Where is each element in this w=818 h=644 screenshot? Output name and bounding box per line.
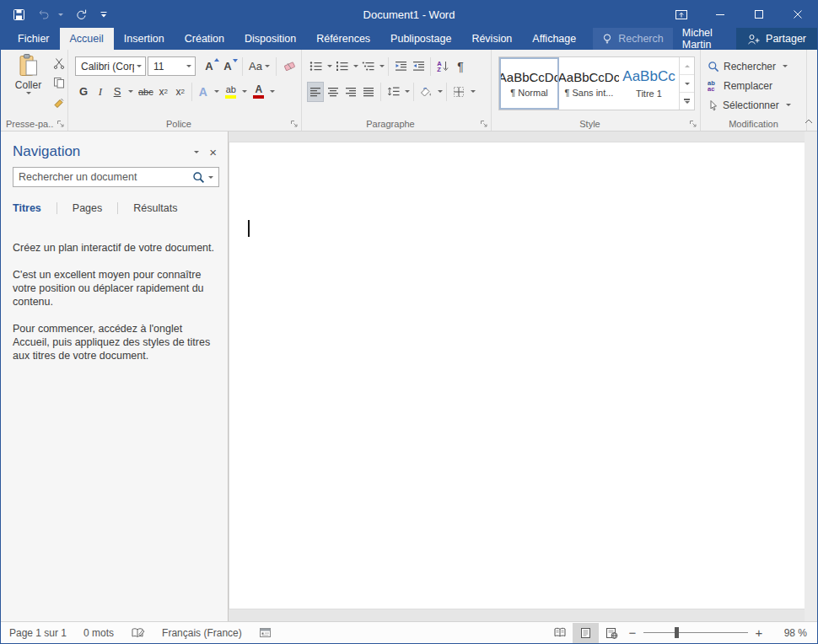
decrease-indent-icon[interactable] <box>392 56 409 77</box>
tab-insertion[interactable]: Insertion <box>114 28 175 50</box>
underline-button[interactable]: S <box>109 82 126 102</box>
borders-icon[interactable] <box>450 82 467 102</box>
read-mode-icon[interactable] <box>546 623 573 643</box>
highlight-color-button[interactable]: ab <box>223 82 239 102</box>
style-heading1[interactable]: AaBbCc Titre 1 <box>619 57 679 110</box>
zoom-slider[interactable] <box>643 632 748 633</box>
zoom-slider-thumb[interactable] <box>675 627 679 638</box>
bullets-icon[interactable] <box>307 56 324 77</box>
shrink-font-button[interactable]: A <box>221 56 238 77</box>
navigation-pane-close-icon[interactable]: × <box>207 145 219 159</box>
find-button[interactable]: Rechercher <box>708 56 806 76</box>
shading-icon[interactable] <box>417 82 434 102</box>
borders-dropdown-icon[interactable] <box>471 90 476 93</box>
copy-icon[interactable] <box>51 74 67 91</box>
navigation-search-input[interactable] <box>19 171 191 183</box>
nav-search-dropdown-icon[interactable] <box>208 176 213 179</box>
tab-accueil[interactable]: Accueil <box>60 28 114 50</box>
show-marks-button[interactable]: ¶ <box>452 56 469 77</box>
shading-dropdown-icon[interactable] <box>438 90 443 93</box>
share-button[interactable]: Partager <box>736 28 817 50</box>
change-case-button[interactable]: Aa <box>247 56 272 77</box>
font-name-combobox[interactable]: Calibri (Corp <box>75 56 146 76</box>
zoom-percentage[interactable]: 98 % <box>768 627 807 639</box>
font-color-dropdown-icon[interactable] <box>270 90 275 93</box>
vertical-scrollbar[interactable] <box>805 131 817 621</box>
zoom-in-button[interactable]: + <box>751 625 767 640</box>
tab-fichier[interactable]: Fichier <box>8 28 60 50</box>
minimize-button[interactable] <box>701 1 740 28</box>
superscript-button[interactable]: x2 <box>172 82 189 102</box>
document-page[interactable] <box>229 142 805 609</box>
format-painter-icon[interactable] <box>51 94 67 110</box>
tab-revision[interactable]: Révision <box>461 28 522 50</box>
increase-indent-icon[interactable] <box>410 56 427 77</box>
print-layout-icon[interactable] <box>573 623 599 643</box>
line-spacing-dropdown-icon[interactable] <box>405 90 410 93</box>
strikethrough-button[interactable]: abc <box>137 82 155 102</box>
font-dialog-launcher[interactable] <box>289 119 299 128</box>
align-left-button[interactable] <box>307 82 324 102</box>
multilevel-dropdown-icon[interactable] <box>379 65 385 67</box>
nav-tab-titres[interactable]: Titres <box>13 201 41 216</box>
justify-button[interactable] <box>360 82 377 102</box>
word-count[interactable]: 0 mots <box>83 627 114 639</box>
tell-me-box[interactable]: Recherch <box>593 28 673 50</box>
bullets-dropdown-icon[interactable] <box>327 65 332 67</box>
multilevel-list-icon[interactable] <box>359 56 376 77</box>
tab-affichage[interactable]: Affichage <box>522 28 586 50</box>
style-scroll-down-icon[interactable] <box>680 75 694 93</box>
sort-button[interactable]: AZ <box>434 56 451 77</box>
text-effects-button[interactable]: A <box>195 82 212 102</box>
clear-formatting-icon[interactable] <box>281 56 298 77</box>
align-right-button[interactable] <box>342 82 359 102</box>
web-layout-icon[interactable] <box>599 623 625 643</box>
tab-creation[interactable]: Création <box>175 28 234 50</box>
styles-dialog-launcher[interactable] <box>688 119 697 128</box>
replace-button[interactable]: abac Remplacer <box>708 76 806 95</box>
paragraph-dialog-launcher[interactable] <box>479 119 488 128</box>
highlight-dropdown-icon[interactable] <box>242 90 247 93</box>
account-name[interactable]: Michel Martin <box>673 28 735 50</box>
macro-icon[interactable] <box>259 627 272 638</box>
nav-tab-resultats[interactable]: Résultats <box>133 201 177 216</box>
cut-icon[interactable] <box>51 55 67 72</box>
numbering-dropdown-icon[interactable] <box>353 65 358 67</box>
nav-tab-pages[interactable]: Pages <box>73 201 102 216</box>
navigation-pane-menu-icon[interactable] <box>186 151 207 153</box>
text-effects-dropdown-icon[interactable] <box>214 90 219 93</box>
select-button[interactable]: Sélectionner <box>708 95 806 115</box>
tab-references[interactable]: Références <box>306 28 380 50</box>
style-gallery-more-icon[interactable] <box>680 93 694 110</box>
save-icon[interactable] <box>13 4 25 24</box>
collapse-ribbon-icon[interactable] <box>804 117 814 126</box>
redo-icon[interactable] <box>75 4 88 24</box>
language-indicator[interactable]: Français (France) <box>162 627 242 639</box>
style-scroll-up-icon[interactable] <box>680 57 694 75</box>
zoom-out-button[interactable]: − <box>625 625 640 640</box>
bold-button[interactable]: G <box>75 82 92 102</box>
style-normal[interactable]: AaBbCcDc ¶ Normal <box>499 57 559 110</box>
subscript-button[interactable]: x2 <box>155 82 172 102</box>
italic-button[interactable]: I <box>92 82 109 102</box>
clipboard-dialog-launcher[interactable] <box>56 119 65 128</box>
align-center-button[interactable] <box>325 82 342 102</box>
underline-dropdown-icon[interactable] <box>128 90 133 93</box>
close-button[interactable] <box>778 1 817 28</box>
paste-button[interactable]: Coller <box>9 53 47 114</box>
maximize-button[interactable] <box>740 1 778 28</box>
line-spacing-icon[interactable] <box>385 82 401 102</box>
font-size-combobox[interactable]: 11 <box>148 56 196 76</box>
font-color-button[interactable]: A <box>250 82 267 102</box>
proofing-icon[interactable] <box>131 627 145 639</box>
navigation-search-box[interactable] <box>13 167 219 187</box>
tab-disposition[interactable]: Disposition <box>234 28 306 50</box>
ribbon-display-options-icon[interactable] <box>662 1 701 28</box>
grow-font-button[interactable]: A <box>202 56 219 77</box>
nav-search-icon[interactable] <box>192 171 205 184</box>
numbering-icon[interactable] <box>333 56 350 77</box>
undo-icon[interactable] <box>37 4 63 24</box>
style-no-spacing[interactable]: AaBbCcDc ¶ Sans int... <box>559 57 619 110</box>
tab-publipostage[interactable]: Publipostage <box>380 28 461 50</box>
page-count[interactable]: Page 1 sur 1 <box>9 627 67 639</box>
